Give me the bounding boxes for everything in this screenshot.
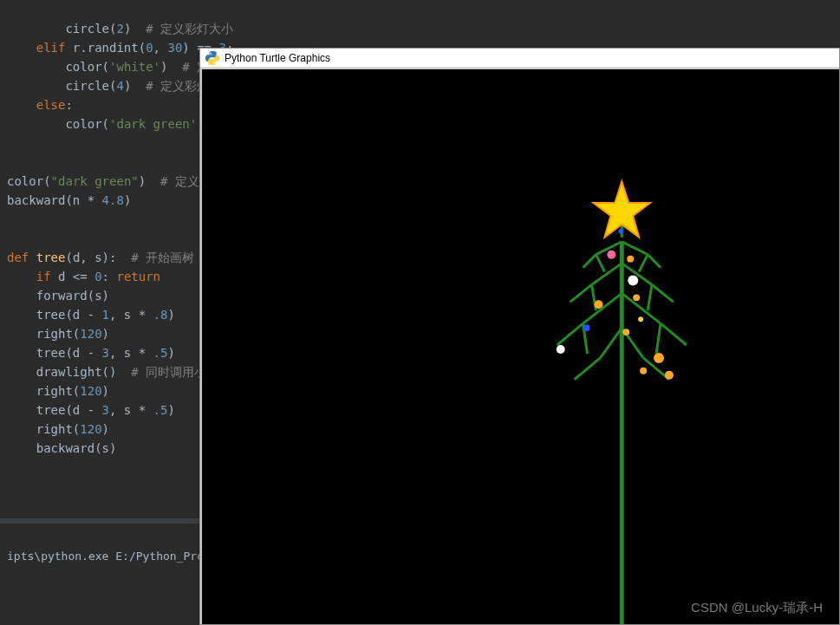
window-titlebar[interactable]: Python Turtle Graphics [200, 49, 839, 68]
svg-point-35 [618, 229, 623, 234]
svg-point-28 [633, 294, 640, 301]
svg-point-32 [654, 353, 664, 363]
terminal-output: ipts\python.exe E:/Python_Proj [7, 550, 211, 563]
svg-point-34 [640, 368, 647, 374]
svg-line-3 [622, 242, 648, 255]
svg-line-4 [583, 255, 596, 268]
svg-point-24 [607, 251, 615, 259]
svg-line-10 [570, 284, 592, 302]
svg-line-14 [583, 293, 622, 323]
svg-point-26 [628, 276, 638, 286]
svg-point-36 [638, 316, 643, 322]
svg-line-12 [652, 284, 674, 302]
svg-point-25 [627, 256, 634, 263]
svg-line-6 [648, 255, 661, 268]
turtle-canvas [200, 68, 839, 624]
svg-line-21 [600, 328, 622, 358]
svg-line-19 [656, 323, 661, 354]
turtle-graphics-window[interactable]: Python Turtle Graphics [199, 48, 840, 625]
svg-point-31 [622, 329, 629, 335]
svg-line-7 [639, 255, 648, 272]
svg-line-16 [557, 323, 583, 345]
svg-line-23 [575, 358, 601, 380]
svg-line-18 [661, 323, 687, 345]
window-title: Python Turtle Graphics [225, 52, 330, 64]
svg-line-13 [648, 284, 652, 310]
svg-point-33 [665, 371, 674, 380]
svg-line-8 [591, 264, 622, 285]
svg-line-5 [596, 255, 604, 272]
watermark-text: CSDN @Lucky-瑞承-H [691, 600, 823, 616]
svg-point-30 [557, 345, 565, 354]
svg-point-29 [583, 324, 590, 331]
python-icon [205, 51, 219, 65]
christmas-tree-drawing [202, 69, 839, 624]
svg-point-27 [594, 300, 602, 309]
